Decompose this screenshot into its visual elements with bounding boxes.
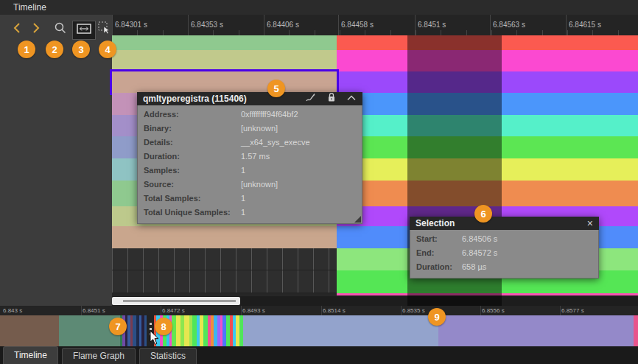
overview-ruler-tick [161, 306, 161, 315]
timeline-row-dense-events[interactable] [112, 248, 337, 270]
field-label: Details: [144, 136, 241, 150]
overview-ruler-tick [321, 306, 322, 315]
overview-ruler-label: 6.8514 s [323, 307, 346, 314]
fit-window-button[interactable] [72, 21, 96, 40]
prev-event-button[interactable] [10, 23, 24, 36]
field-value: [unknown] [241, 180, 278, 189]
field-row: Total Unique Samples:1 [138, 206, 362, 220]
overview-stripe [239, 315, 243, 346]
field-row: End:6.84572 s [410, 246, 598, 260]
ruler-minor-tick [163, 30, 164, 35]
annotation-badge-5: 5 [267, 80, 285, 97]
range-select-icon [98, 21, 111, 38]
overview-ruler-tick [401, 306, 402, 315]
close-button[interactable]: × [587, 217, 593, 230]
chevron-left-icon [12, 22, 22, 37]
annotate-button[interactable] [305, 92, 317, 106]
field-row: Duration:1.57 ms [138, 150, 362, 164]
field-label: Start: [416, 232, 462, 246]
ruler-minor-tick [567, 30, 568, 35]
ruler-tick [264, 15, 264, 35]
ruler-minor-tick [416, 30, 416, 35]
ruler-tick [188, 15, 189, 35]
ruler-tick-label: 6.84615 s [569, 21, 601, 29]
ruler-minor-tick [618, 30, 619, 35]
view-tabbar: TimelineFlame GraphStatistics [0, 346, 638, 364]
ruler-minor-tick [592, 30, 593, 35]
collapse-button[interactable] [346, 92, 357, 105]
field-label: Address: [144, 108, 241, 122]
overview-segment [634, 315, 638, 346]
overview-ruler-label: 6.8472 s [162, 307, 185, 314]
overview-ruler: 6.843 s6.8451 s6.8472 s6.8493 s6.8514 s6… [0, 306, 638, 315]
lock-icon [327, 92, 336, 106]
overview-ruler-tick [560, 306, 561, 315]
tab-timeline[interactable]: Timeline [3, 346, 58, 364]
annotation-badge-9: 9 [428, 308, 446, 326]
event-tooltip[interactable]: qmltyperegistra (115406) Address:0xfffff… [137, 92, 362, 224]
ruler-minor-tick [213, 30, 214, 35]
field-value: 658 µs [462, 262, 486, 271]
timeline-event-segment[interactable] [112, 35, 337, 50]
overview-ruler-label: 6.8577 s [561, 307, 584, 314]
overview-ruler-tick [81, 306, 82, 315]
overview-segment [243, 315, 438, 346]
field-label: Duration: [416, 260, 462, 274]
annotation-badge-3: 3 [72, 41, 90, 58]
field-value: 1 [241, 208, 245, 217]
scrollbar-thumb[interactable] [112, 297, 240, 305]
field-row: Details:__x64_sys_execve [138, 136, 362, 150]
range-select-button[interactable] [97, 22, 112, 37]
selection-popup[interactable]: Selection × Start:6.84506 sEnd:6.84572 s… [410, 217, 599, 279]
ruler-minor-tick [137, 30, 138, 35]
chevron-right-icon [31, 22, 41, 37]
chevron-up-icon [346, 92, 357, 105]
annotation-badge-6: 6 [474, 205, 492, 223]
field-row: Source:[unknown] [138, 178, 362, 192]
selection-popup-header[interactable]: Selection × [410, 217, 599, 230]
field-label: Total Samples: [144, 192, 241, 206]
field-row: Start:6.84506 s [410, 232, 598, 246]
overview-ruler-label: 6.8493 s [242, 307, 265, 314]
view-title-text: Timeline [13, 2, 46, 13]
field-value: __x64_sys_execve [241, 138, 310, 147]
field-row: Duration:658 µs [410, 260, 598, 274]
overview-ruler-label: 6.8556 s [482, 307, 505, 314]
field-label: End: [416, 246, 462, 260]
view-title: Timeline [0, 0, 638, 15]
field-label: Binary: [144, 122, 241, 136]
overview-ruler-tick [241, 306, 242, 315]
time-ruler[interactable]: 6.84301 s6.84353 s6.84406 s6.84458 s6.84… [112, 15, 638, 35]
overview-ruler-label: 6.8451 s [83, 307, 105, 314]
overview-ruler-label: 6.843 s [3, 307, 22, 314]
timeline-event-segment[interactable] [112, 226, 337, 248]
ruler-minor-tick [441, 30, 441, 35]
tab-statistics[interactable]: Statistics [139, 348, 197, 364]
ruler-minor-tick [390, 30, 391, 35]
ruler-tick [338, 15, 339, 35]
ruler-minor-tick [542, 30, 543, 35]
selection-popup-title: Selection [416, 217, 577, 230]
ruler-minor-tick [516, 30, 517, 35]
event-tooltip-header[interactable]: qmltyperegistra (115406) [137, 92, 362, 105]
next-event-button[interactable] [29, 23, 43, 36]
timeline-scrollbar[interactable] [112, 296, 638, 306]
overview-strip[interactable] [0, 315, 638, 346]
annotation-badge-1: 1 [18, 41, 35, 58]
pen-icon [305, 92, 317, 106]
ruler-minor-tick [340, 30, 340, 35]
fit-width-icon [77, 24, 91, 37]
event-tooltip-body: Address:0xffffffff94f64bf2Binary:[unknow… [137, 105, 362, 224]
ruler-tick [112, 15, 113, 35]
zoom-button[interactable] [53, 22, 68, 37]
resize-grip[interactable] [354, 216, 361, 223]
tab-flame-graph[interactable]: Flame Graph [62, 348, 136, 364]
field-value: 1.57 ms [241, 152, 270, 161]
ruler-tick [415, 15, 416, 35]
field-row: Samples:1 [138, 164, 362, 178]
timeline-event-segment[interactable] [112, 50, 337, 71]
ruler-minor-tick [491, 30, 492, 35]
pin-button[interactable] [327, 92, 336, 106]
timeline-row-dense-events[interactable] [112, 270, 337, 293]
ruler-tick-label: 6.84301 s [115, 21, 147, 29]
